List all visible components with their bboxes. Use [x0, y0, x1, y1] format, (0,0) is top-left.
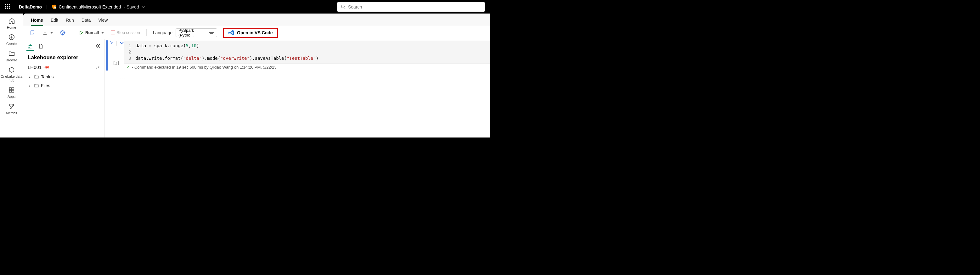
- cell-status: ✓ - Command executed in 19 sec 608 ms by…: [124, 64, 490, 71]
- nav-label: Home: [7, 25, 16, 29]
- trophy-icon: [7, 102, 16, 110]
- nav-label: Metrics: [6, 111, 17, 115]
- run-all-button[interactable]: Run all: [76, 29, 106, 37]
- settings-button[interactable]: [58, 29, 67, 37]
- nav-browse[interactable]: Browse: [6, 49, 17, 62]
- tree-item-tables[interactable]: ▸ Tables: [29, 72, 104, 81]
- language-select[interactable]: PySpark (Pytho...: [176, 28, 217, 37]
- svg-rect-8: [12, 88, 14, 90]
- save-status: Saved: [124, 5, 139, 10]
- line-numbers: 123: [124, 43, 135, 61]
- svg-rect-7: [9, 88, 11, 90]
- nav-label: OneLake data hub: [0, 75, 23, 82]
- apps-icon: [8, 86, 16, 94]
- explorer-tab-lakehouse[interactable]: [26, 41, 34, 51]
- svg-point-2: [342, 5, 344, 8]
- cell-more-menu[interactable]: …: [105, 71, 490, 80]
- nav-apps[interactable]: Apps: [8, 86, 16, 99]
- tree-label: Tables: [41, 74, 54, 79]
- header-separator: |: [46, 5, 47, 9]
- code-editor[interactable]: 123 data = spark.range(5,10) data.write.…: [124, 41, 490, 64]
- explorer-title: Lakehouse explorer: [23, 51, 104, 63]
- tab-home[interactable]: Home: [31, 15, 43, 26]
- tab-run[interactable]: Run: [66, 15, 74, 26]
- download-icon: [42, 30, 48, 35]
- check-icon: ✓: [127, 65, 130, 70]
- sensitivity-label[interactable]: Confidential\Microsoft Extended: [59, 5, 121, 10]
- svg-rect-10: [12, 90, 14, 92]
- document-icon: [38, 43, 44, 49]
- lakehouse-name-row[interactable]: LH001 📌 ⇄: [23, 63, 104, 71]
- hexagon-icon: [8, 66, 16, 74]
- home-icon: [8, 17, 16, 25]
- stop-session-button[interactable]: Stop session: [109, 29, 142, 36]
- tree-item-files[interactable]: ▸ Files: [29, 81, 104, 90]
- swap-icon[interactable]: ⇄: [96, 65, 100, 70]
- play-icon: [78, 30, 84, 35]
- folder-icon: [8, 49, 16, 57]
- ribbon-tabs: Home Edit Run Data View: [23, 14, 490, 26]
- run-all-label: Run all: [85, 30, 99, 35]
- language-value: PySpark (Pytho...: [178, 28, 209, 37]
- open-in-vscode-button[interactable]: Open in VS Code: [223, 28, 278, 38]
- tab-data[interactable]: Data: [81, 15, 91, 26]
- notebook-area: [2] 123 data = spark.range(5,10) data.wr…: [105, 39, 490, 138]
- lakehouse-icon: [27, 43, 33, 49]
- nav-create[interactable]: Create: [6, 33, 17, 46]
- svg-point-15: [62, 32, 64, 33]
- vscode-icon: [228, 30, 234, 36]
- svg-line-3: [344, 8, 345, 9]
- chevron-right-icon: ▸: [29, 75, 32, 79]
- download-button[interactable]: [40, 29, 55, 37]
- tab-edit[interactable]: Edit: [51, 15, 58, 26]
- language-label: Language: [153, 30, 172, 35]
- app-launcher-icon[interactable]: [5, 4, 11, 10]
- tab-view[interactable]: View: [98, 15, 108, 26]
- cell-dropdown-icon[interactable]: [120, 41, 124, 46]
- pin-icon[interactable]: 📌: [43, 64, 50, 71]
- run-cell-button[interactable]: [109, 41, 113, 46]
- search-input[interactable]: [348, 5, 481, 10]
- collapse-panel-icon[interactable]: [95, 44, 100, 49]
- lakehouse-explorer-panel: Lakehouse explorer LH001 📌 ⇄ ▸ Tables ▸: [23, 39, 105, 138]
- stop-icon: [111, 30, 115, 35]
- chevron-right-icon: ▸: [29, 84, 32, 87]
- nav-label: Create: [6, 42, 17, 46]
- folder-icon: [34, 74, 39, 79]
- shield-icon: 🔒: [51, 4, 57, 10]
- nav-home[interactable]: Home: [7, 17, 16, 29]
- nav-metrics[interactable]: Metrics: [6, 102, 17, 115]
- svg-text:🔒: 🔒: [54, 6, 56, 9]
- status-text: - Command executed in 19 sec 608 ms by Q…: [132, 65, 277, 70]
- gutter-separator: [116, 41, 117, 46]
- notebook-icon: [30, 30, 35, 35]
- search-input-container[interactable]: [337, 2, 485, 12]
- toolbar: Run all Stop session Language PySpark (P…: [23, 26, 490, 39]
- svg-marker-16: [80, 31, 83, 34]
- svg-marker-17: [110, 41, 112, 44]
- code-text[interactable]: data = spark.range(5,10) data.write.form…: [135, 43, 318, 61]
- lakehouse-name: LH001: [28, 65, 41, 70]
- plus-circle-icon: [8, 33, 16, 41]
- stop-session-label: Stop session: [116, 30, 140, 35]
- notebook-mode-button[interactable]: [28, 29, 37, 37]
- nav-onelake[interactable]: OneLake data hub: [0, 66, 23, 82]
- svg-rect-9: [9, 90, 11, 92]
- tree-label: Files: [41, 83, 50, 88]
- cell-active-indicator: [107, 40, 108, 71]
- left-nav-rail: Home Create Browse OneLake data hub Apps…: [0, 14, 23, 138]
- chevron-down-icon: [100, 30, 104, 35]
- app-name: DeltaDemo: [19, 5, 42, 10]
- nav-label: Browse: [6, 58, 17, 62]
- gear-icon: [60, 30, 65, 35]
- saved-dropdown-icon[interactable]: [142, 5, 145, 8]
- search-icon: [341, 5, 345, 9]
- code-cell[interactable]: [2] 123 data = spark.range(5,10) data.wr…: [107, 40, 490, 71]
- cell-execution-count: [2]: [113, 61, 119, 65]
- vscode-button-label: Open in VS Code: [237, 30, 273, 35]
- explorer-tab-files[interactable]: [37, 41, 45, 51]
- chevron-down-icon: [49, 30, 53, 35]
- folder-icon: [34, 83, 39, 88]
- nav-label: Apps: [8, 95, 16, 99]
